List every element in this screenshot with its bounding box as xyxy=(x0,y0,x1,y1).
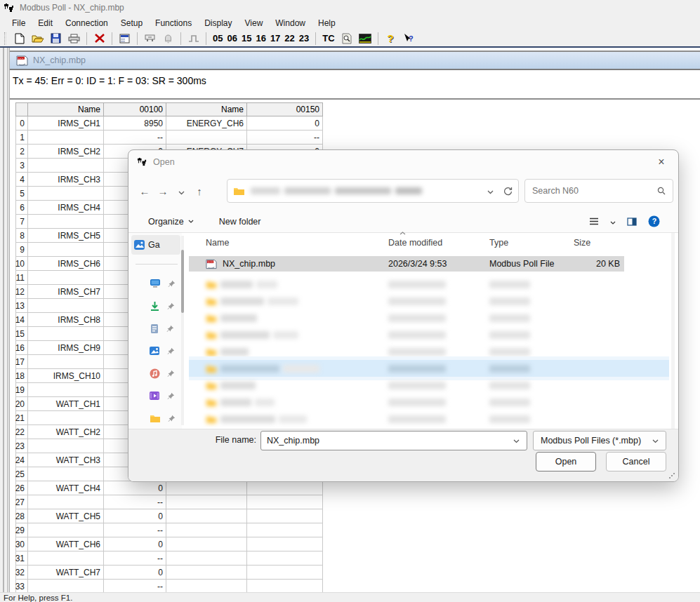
menu-item-file[interactable]: File xyxy=(6,17,32,29)
open-button[interactable]: Open xyxy=(536,452,596,471)
sidebar-item-downloads[interactable] xyxy=(128,297,182,314)
grid-cell[interactable] xyxy=(28,439,104,453)
grid-cell[interactable]: 0 xyxy=(104,537,166,551)
new-file-icon[interactable] xyxy=(11,31,27,46)
save-icon[interactable] xyxy=(48,31,64,46)
grid-cell[interactable]: -- xyxy=(104,523,166,537)
new-folder-button[interactable]: New folder xyxy=(219,217,261,227)
grid-cell[interactable]: IRMS_CH4 xyxy=(28,201,104,215)
column-date-modified[interactable]: Date modified xyxy=(388,238,442,248)
chart-icon[interactable] xyxy=(357,31,374,46)
file-row-selected[interactable]: DOC NX_chip.mbp 2026/3/24 9:53 Modbus Po… xyxy=(189,256,624,272)
row-number-cell[interactable]: 8 xyxy=(15,229,28,243)
grid-cell[interactable]: 0 xyxy=(104,566,166,580)
file-row-redacted[interactable] xyxy=(189,276,624,293)
grid-cell[interactable] xyxy=(166,509,247,523)
sidebar-item-desktop[interactable] xyxy=(128,275,182,292)
grid-cell[interactable] xyxy=(28,271,104,285)
row-number-cell[interactable]: 0 xyxy=(15,116,28,131)
menu-item-edit[interactable]: Edit xyxy=(32,17,59,29)
row-number-cell[interactable]: 21 xyxy=(15,411,28,425)
row-number-cell[interactable]: 26 xyxy=(15,481,28,495)
table-row[interactable]: 0IRMS_CH18950ENERGY_CH60 xyxy=(15,116,323,131)
context-help-icon[interactable]: ? xyxy=(401,31,417,46)
grid-cell[interactable] xyxy=(166,537,247,551)
table-row[interactable]: 30WATT_CH60 xyxy=(15,537,323,551)
grid-cell[interactable] xyxy=(28,215,104,229)
grid-cell[interactable] xyxy=(247,495,323,509)
table-row[interactable]: 26WATT_CH40 xyxy=(15,481,323,495)
grid-cell[interactable]: 0 xyxy=(247,116,323,131)
row-number-cell[interactable]: 33 xyxy=(15,580,28,594)
grid-cell[interactable] xyxy=(166,481,247,495)
row-number-cell[interactable]: 23 xyxy=(15,439,28,453)
grid-cell[interactable] xyxy=(28,411,104,425)
grid-cell[interactable] xyxy=(166,580,247,594)
grid-cell[interactable]: IRMS_CH1 xyxy=(28,116,104,131)
grid-cell[interactable] xyxy=(28,467,104,481)
grid-cell[interactable] xyxy=(247,509,323,523)
grid-cell[interactable] xyxy=(166,523,247,537)
grid-cell[interactable] xyxy=(166,566,247,580)
file-row-redacted-highlighted[interactable] xyxy=(189,360,669,377)
grid-cell[interactable]: IRMS_CH9 xyxy=(28,341,104,355)
grid-header-cell[interactable]: 00100 xyxy=(104,102,166,116)
menu-item-help[interactable]: Help xyxy=(312,17,342,29)
file-row-redacted[interactable] xyxy=(189,293,624,309)
grid-cell[interactable]: WATT_CH7 xyxy=(28,566,104,580)
grid-cell[interactable]: WATT_CH3 xyxy=(28,453,104,467)
table-row[interactable]: 1---- xyxy=(15,131,323,145)
grid-cell[interactable]: ENERGY_CH6 xyxy=(166,116,247,131)
grid-cell[interactable]: IRMS_CH10 xyxy=(28,369,104,383)
address-chevron-icon[interactable] xyxy=(487,185,494,197)
grid-cell[interactable] xyxy=(166,495,247,509)
menu-item-view[interactable]: View xyxy=(239,17,270,29)
grid-cell[interactable]: WATT_CH2 xyxy=(28,425,104,439)
setup-window-icon[interactable] xyxy=(117,31,133,46)
menu-item-functions[interactable]: Functions xyxy=(149,17,198,29)
file-type-chevron-icon[interactable] xyxy=(652,436,659,446)
grid-cell[interactable] xyxy=(28,159,104,173)
grid-cell[interactable]: WATT_CH6 xyxy=(28,537,104,551)
row-number-cell[interactable]: 25 xyxy=(15,467,28,481)
file-name-chevron-icon[interactable] xyxy=(513,436,520,446)
forward-icon[interactable]: → xyxy=(154,185,172,197)
help-icon[interactable]: ? xyxy=(383,31,399,46)
file-row-redacted[interactable] xyxy=(189,377,624,394)
zoom-document-icon[interactable] xyxy=(339,31,355,46)
row-number-cell[interactable]: 19 xyxy=(15,383,28,397)
menu-item-window[interactable]: Window xyxy=(269,17,312,29)
table-row[interactable]: 28WATT_CH50 xyxy=(15,509,323,523)
grid-cell[interactable] xyxy=(28,551,104,566)
row-number-cell[interactable]: 20 xyxy=(15,397,28,411)
row-number-cell[interactable]: 11 xyxy=(15,271,28,285)
grid-header-cell[interactable] xyxy=(15,102,28,116)
row-number-cell[interactable]: 6 xyxy=(15,201,28,215)
row-number-cell[interactable]: 24 xyxy=(15,453,28,467)
table-row[interactable]: 27-- xyxy=(15,495,323,509)
table-row[interactable]: 31-- xyxy=(15,551,323,566)
open-file-icon[interactable] xyxy=(29,31,46,46)
history-chevron-icon[interactable] xyxy=(172,185,190,197)
function-code-23-button[interactable]: 23 xyxy=(297,33,311,44)
function-code-06-button[interactable]: 06 xyxy=(225,33,239,44)
row-number-cell[interactable]: 30 xyxy=(15,537,28,551)
file-row-redacted[interactable] xyxy=(189,326,624,343)
grid-header-cell[interactable]: Name xyxy=(28,102,104,116)
function-code-05-button[interactable]: 05 xyxy=(211,33,225,44)
grid-cell[interactable]: 0 xyxy=(104,509,166,523)
column-size[interactable]: Size xyxy=(574,238,590,248)
row-number-cell[interactable]: 13 xyxy=(15,299,28,313)
table-row[interactable]: 33-- xyxy=(15,580,323,594)
grid-cell[interactable]: WATT_CH4 xyxy=(28,481,104,495)
function-code-16-button[interactable]: 16 xyxy=(253,33,268,44)
row-number-cell[interactable]: 28 xyxy=(15,509,28,523)
grid-header-cell[interactable]: 00150 xyxy=(247,102,323,116)
grid-cell[interactable]: WATT_CH5 xyxy=(28,509,104,523)
row-number-cell[interactable]: 22 xyxy=(15,425,28,439)
row-number-cell[interactable]: 4 xyxy=(15,173,28,187)
grid-cell[interactable]: IRMS_CH5 xyxy=(28,229,104,243)
row-number-cell[interactable]: 2 xyxy=(15,145,28,159)
menu-item-setup[interactable]: Setup xyxy=(114,17,149,29)
disconnect-icon[interactable] xyxy=(91,31,107,46)
